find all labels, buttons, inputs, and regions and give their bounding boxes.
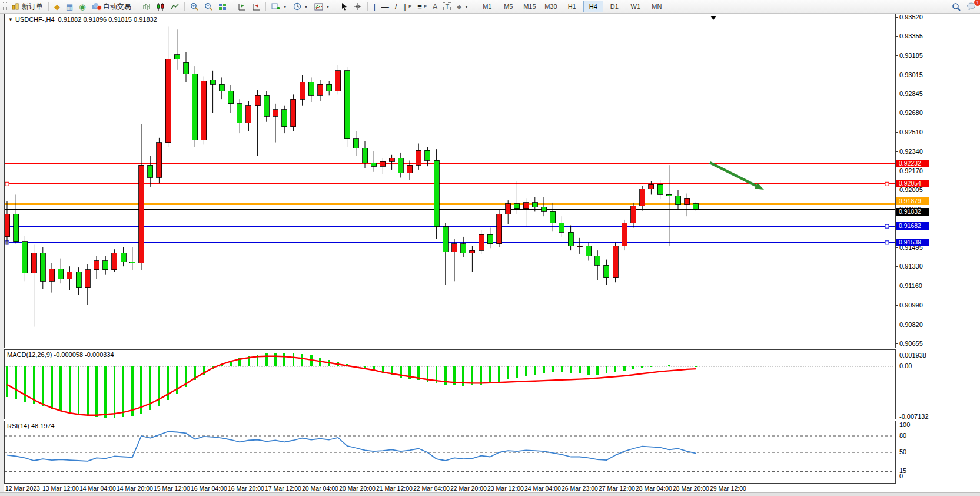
timeframe-m5[interactable]: M5 <box>499 1 519 12</box>
zoom-out-button[interactable] <box>201 1 215 12</box>
symbol-dropdown-icon[interactable]: ▼ <box>8 17 13 22</box>
quotes-button[interactable]: ◆ <box>51 1 63 12</box>
new-order-button[interactable]: 新订单 <box>9 1 46 12</box>
search-button[interactable] <box>949 1 964 12</box>
arrows-icon: ◆ <box>457 3 461 11</box>
horizontal-line-button[interactable]: — <box>378 1 392 12</box>
candle-body <box>49 269 55 281</box>
price-tick-mark <box>896 36 898 37</box>
macd-indicator-label: MACD(12,26,9) -0.000058 -0.000334 <box>7 351 114 358</box>
line-anchor[interactable] <box>885 182 889 186</box>
template-button[interactable]: ▼ <box>311 1 333 12</box>
price-tick-mark <box>896 113 898 113</box>
candle-body <box>389 158 394 162</box>
time-axis-label: 20 Mar 20:00 <box>339 485 376 492</box>
period-button[interactable]: ▼ <box>290 1 311 12</box>
time-axis-label: 16 Mar 04:00 <box>191 485 227 492</box>
price-tick-mark <box>896 17 898 18</box>
channel-button[interactable]: ∥E <box>400 1 414 12</box>
line-anchor[interactable] <box>5 182 9 186</box>
candle-body <box>416 150 421 165</box>
trend-arrow-annotation[interactable] <box>710 163 756 186</box>
price-axis[interactable]: 0.935200.933550.931850.930150.928450.926… <box>896 14 980 484</box>
add-indicator-button[interactable]: ▼ <box>268 1 290 12</box>
time-axis-label: 29 Mar 12:00 <box>710 485 746 492</box>
candle-body <box>452 244 457 252</box>
line-anchor[interactable] <box>885 224 889 228</box>
toolbar-grip[interactable] <box>3 2 7 11</box>
candle-body <box>479 234 484 250</box>
price-tick-label: 0.93355 <box>899 32 923 39</box>
clock-icon <box>293 2 301 11</box>
candle-body <box>14 214 19 241</box>
candle-body <box>201 81 207 140</box>
timeframe-w1[interactable]: W1 <box>626 1 646 12</box>
new-order-icon <box>12 3 20 11</box>
vertical-line-button[interactable]: | <box>370 1 378 12</box>
timeframe-h4[interactable]: H4 <box>583 1 603 12</box>
timeframe-m15[interactable]: M15 <box>520 1 540 12</box>
fibonacci-icon: ≡ <box>417 3 422 11</box>
candle-body <box>407 165 413 173</box>
tile-windows-button[interactable] <box>215 1 230 12</box>
timeframe-d1[interactable]: D1 <box>604 1 624 12</box>
line-anchor[interactable] <box>885 241 889 244</box>
timeframe-h1[interactable]: H1 <box>562 1 582 12</box>
time-axis-label: 24 Mar 04:00 <box>524 485 561 492</box>
candle-chart-button[interactable] <box>154 1 168 12</box>
auto-arrange-button[interactable] <box>235 1 249 12</box>
candle-body <box>685 198 690 205</box>
candle-body <box>568 232 573 246</box>
fibonacci-button[interactable]: ≡F <box>414 1 429 12</box>
charts-window-button[interactable]: ▦ <box>63 1 76 12</box>
candle-body <box>532 203 537 207</box>
candle-body <box>103 261 108 270</box>
rsi-axis-label: 100 <box>899 421 910 428</box>
rsi-axis-label: 50 <box>899 448 906 455</box>
candle-body <box>595 256 600 265</box>
bar-chart-button[interactable] <box>139 1 154 12</box>
signals-button[interactable]: ◉ <box>76 1 88 12</box>
price-tick-mark <box>896 325 898 325</box>
candlestick-chart[interactable] <box>5 14 895 348</box>
timeframe-mn[interactable]: MN <box>647 1 667 12</box>
candle-body <box>622 223 627 246</box>
zoom-in-button[interactable] <box>187 1 201 12</box>
price-tick-mark <box>896 343 898 344</box>
macd-chart[interactable] <box>5 350 895 419</box>
autotrade-button[interactable]: 自动交易 <box>89 1 134 12</box>
label-button[interactable]: T <box>440 1 454 12</box>
trendline-button[interactable]: / <box>392 1 400 12</box>
price-tick-label: 0.93185 <box>899 52 923 59</box>
timeframe-m1[interactable]: M1 <box>477 1 497 12</box>
ohlc-close: 0.91832 <box>134 16 157 23</box>
notification-badge: 1 <box>974 0 980 6</box>
autotrade-label: 自动交易 <box>103 2 131 12</box>
macd-axis-label: 0.00 <box>899 362 912 369</box>
search-icon <box>952 2 961 11</box>
line-chart-button[interactable] <box>168 1 182 12</box>
rsi-chart[interactable] <box>5 421 895 483</box>
macd-axis-label: -0.007132 <box>899 413 929 420</box>
arrows-button[interactable]: ◆▼ <box>454 1 471 12</box>
price-line-badge: 0.91879 <box>896 197 929 205</box>
timeframe-m30[interactable]: M30 <box>541 1 561 12</box>
chart-shift-marker[interactable] <box>710 16 716 20</box>
candle-body <box>291 99 296 126</box>
text-button[interactable]: A <box>430 1 441 12</box>
time-axis-label: 27 Mar 12:00 <box>599 485 635 492</box>
price-tick-label: 0.90655 <box>899 340 923 347</box>
candle-body <box>165 59 171 142</box>
track-chart-button[interactable] <box>249 1 263 12</box>
cursor-button[interactable] <box>338 1 351 12</box>
price-tick-mark <box>896 247 898 248</box>
time-axis-label: 13 Mar 12:00 <box>42 485 79 492</box>
crosshair-icon <box>354 2 362 11</box>
trendline-icon: / <box>395 3 397 11</box>
candle-chart-icon <box>157 3 165 11</box>
candle-body <box>559 223 564 232</box>
candle-body <box>58 269 64 279</box>
crosshair-button[interactable] <box>351 1 365 12</box>
candle-body <box>282 110 287 127</box>
time-axis[interactable]: 12 Mar 202313 Mar 12:0014 Mar 04:0014 Ma… <box>4 484 896 492</box>
